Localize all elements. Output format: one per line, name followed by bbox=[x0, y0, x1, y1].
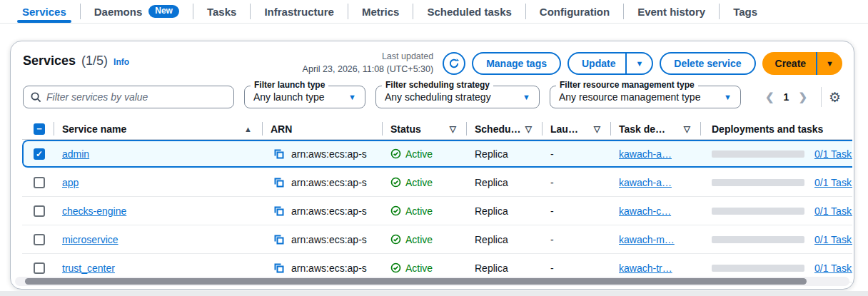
launch-type-label: Filter launch type bbox=[251, 80, 328, 90]
tab-daemons[interactable]: DaemonsNew bbox=[81, 0, 193, 23]
column-header-scheduling[interactable]: Schedu… ▽ bbox=[466, 118, 542, 139]
launch-type-cell: - bbox=[542, 148, 610, 160]
tab-metrics[interactable]: Metrics bbox=[348, 0, 413, 23]
service-name-cell: trust_center bbox=[54, 262, 262, 274]
update-button[interactable]: Update bbox=[569, 53, 625, 73]
copy-icon[interactable] bbox=[273, 234, 285, 245]
tab-tasks[interactable]: Tasks bbox=[193, 0, 250, 23]
service-name-link[interactable]: admin bbox=[62, 148, 89, 160]
column-header-arn[interactable]: ARN bbox=[262, 118, 382, 139]
tab-tasks-label: Tasks bbox=[207, 6, 236, 18]
header-actions: Last updated April 23, 2026, 11:08 (UTC+… bbox=[303, 51, 842, 76]
tasks-link[interactable]: 0/1 Tasks bbox=[814, 262, 852, 274]
launch-type-cell: - bbox=[542, 177, 610, 188]
copy-icon[interactable] bbox=[273, 148, 285, 160]
last-updated-value: April 23, 2026, 11:08 (UTC+5:30) bbox=[303, 63, 434, 76]
arn-value: arn:aws:ecs:ap-s bbox=[291, 148, 367, 160]
update-dropdown-button[interactable]: ▼ bbox=[625, 53, 652, 73]
tasks-link[interactable]: 0/1 Tasks bbox=[814, 205, 852, 217]
row-checkbox[interactable] bbox=[34, 205, 45, 217]
launch-type-cell: - bbox=[542, 234, 610, 245]
create-dropdown-button[interactable]: ▼ bbox=[816, 52, 842, 75]
arn-value: arn:aws:ecs:ap-s bbox=[291, 262, 367, 274]
copy-icon[interactable] bbox=[273, 205, 285, 217]
create-split-button: Create ▼ bbox=[762, 52, 842, 75]
scrollbar-thumb[interactable] bbox=[25, 278, 807, 285]
service-name-link[interactable]: trust_center bbox=[62, 262, 115, 274]
horizontal-scrollbar[interactable] bbox=[15, 277, 849, 286]
table-row: microservice arn:aws:ecs:ap-s Active Rep… bbox=[22, 225, 852, 254]
sort-icon: ▽ bbox=[684, 124, 690, 134]
page-background-strip bbox=[0, 291, 868, 296]
tab-scheduled-tasks[interactable]: Scheduled tasks bbox=[413, 0, 525, 23]
task-definition-link[interactable]: kawach-a… bbox=[619, 177, 672, 188]
service-name-cell: checks-engine bbox=[54, 205, 262, 217]
table-row: checks-engine arn:aws:ecs:ap-s Active Re… bbox=[22, 197, 852, 225]
tab-services[interactable]: Services bbox=[9, 0, 80, 23]
previous-page-button[interactable]: ❮ bbox=[759, 91, 781, 103]
launch-type-cell: - bbox=[542, 205, 610, 217]
current-page[interactable]: 1 bbox=[781, 91, 792, 103]
launch-type-select[interactable]: Filter launch type Any launch type ▼ bbox=[244, 86, 365, 108]
scheduling-cell: Replica bbox=[466, 177, 542, 188]
tasks-link[interactable]: 0/1 Tasks bbox=[814, 177, 852, 188]
search-input[interactable] bbox=[46, 91, 226, 103]
tab-infrastructure[interactable]: Infrastructure bbox=[251, 0, 348, 23]
tab-scheduled-tasks-label: Scheduled tasks bbox=[427, 6, 511, 18]
services-panel: Services (1/5) Info Last updated April 2… bbox=[10, 41, 854, 290]
task-definition-link[interactable]: kawach-c… bbox=[619, 205, 671, 217]
status-cell: Active bbox=[382, 262, 466, 274]
tab-tags[interactable]: Tags bbox=[720, 0, 771, 23]
service-name-link[interactable]: app bbox=[62, 177, 79, 188]
tab-configuration[interactable]: Configuration bbox=[526, 0, 623, 23]
tasks-link[interactable]: 0/1 Tasks bbox=[814, 234, 852, 245]
arn-cell: arn:aws:ecs:ap-s bbox=[262, 234, 382, 245]
chevron-down-icon: ▼ bbox=[348, 93, 356, 101]
info-link[interactable]: Info bbox=[113, 57, 129, 67]
column-header-status[interactable]: Status ▽ bbox=[382, 118, 466, 139]
delete-service-button[interactable]: Delete service bbox=[660, 52, 755, 75]
chevron-down-icon: ▼ bbox=[635, 59, 643, 68]
column-header-launch[interactable]: Lau… ▽ bbox=[542, 118, 610, 139]
page-title: Services bbox=[23, 53, 76, 68]
row-checkbox[interactable] bbox=[34, 177, 45, 188]
scheduling-strategy-select[interactable]: Filter scheduling strategy Any schedulin… bbox=[375, 86, 540, 108]
arn-value: arn:aws:ecs:ap-s bbox=[291, 205, 367, 217]
row-checkbox[interactable] bbox=[34, 234, 45, 245]
header-checkbox-cell bbox=[22, 118, 54, 139]
table-header-row: Service name ▲ ARN Status ▽ Schedu… ▽ La… bbox=[22, 118, 852, 140]
task-definition-link[interactable]: kawach-tr… bbox=[619, 262, 672, 274]
manage-tags-button[interactable]: Manage tags bbox=[472, 52, 561, 75]
manage-tags-label: Manage tags bbox=[486, 58, 547, 69]
service-name-cell: admin bbox=[54, 148, 262, 160]
gear-icon[interactable]: ⚙ bbox=[829, 91, 841, 104]
task-definition-link[interactable]: kawach-a… bbox=[619, 148, 672, 160]
row-checkbox[interactable] bbox=[34, 262, 45, 274]
select-all-checkbox[interactable] bbox=[34, 123, 45, 135]
resource-management-type-value: Any resource management type bbox=[559, 91, 700, 103]
status-cell: Active bbox=[382, 205, 466, 217]
launch-type-value: Any launch type bbox=[253, 91, 325, 103]
row-checkbox[interactable] bbox=[34, 148, 45, 160]
column-header-service-name[interactable]: Service name ▲ bbox=[54, 118, 262, 139]
task-definition-cell: kawach-a… bbox=[610, 177, 700, 188]
filter-row: Filter launch type Any launch type ▼ Fil… bbox=[11, 77, 854, 108]
resource-management-type-select[interactable]: Filter resource management type Any reso… bbox=[550, 86, 741, 108]
deployment-progress-bar bbox=[712, 208, 804, 215]
tab-event-history[interactable]: Event history bbox=[624, 0, 719, 23]
tasks-link[interactable]: 0/1 Tasks bbox=[814, 148, 852, 160]
deployments-cell: 0/1 Tasks bbox=[700, 177, 852, 188]
create-button[interactable]: Create bbox=[762, 52, 817, 75]
refresh-button[interactable] bbox=[443, 52, 465, 75]
service-name-link[interactable]: microservice bbox=[62, 234, 118, 245]
column-header-task-definition[interactable]: Task de… ▽ bbox=[610, 118, 700, 139]
next-page-button[interactable]: ❯ bbox=[792, 91, 814, 103]
sort-icon: ▽ bbox=[525, 124, 532, 134]
service-name-cell: microservice bbox=[54, 234, 262, 245]
deployment-progress-bar bbox=[712, 150, 804, 158]
task-definition-link[interactable]: kawach-m… bbox=[619, 234, 675, 245]
sort-icon: ▽ bbox=[450, 124, 456, 134]
service-name-link[interactable]: checks-engine bbox=[62, 205, 126, 217]
copy-icon[interactable] bbox=[273, 177, 285, 188]
copy-icon[interactable] bbox=[273, 262, 285, 274]
